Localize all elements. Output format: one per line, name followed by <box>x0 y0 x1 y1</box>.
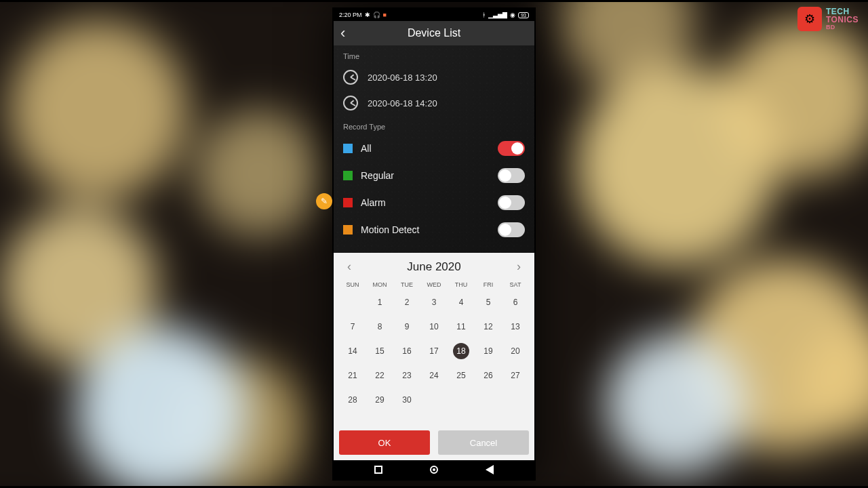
android-status-bar: 2:20 PM ✱ 🎧 ■ ᚼ ▁▃▅▇ ◉ 93 <box>334 9 534 21</box>
end-time-row[interactable]: 2020-06-18 14:20 <box>334 90 534 116</box>
signal-icon: ▁▃▅▇ <box>488 12 507 18</box>
clock-icon <box>343 70 358 85</box>
channel-watermark: ⚙ TECH TONICS BD <box>797 7 859 31</box>
calendar-day[interactable]: 12 <box>475 314 502 339</box>
end-time-value: 2020-06-18 14:20 <box>368 98 437 108</box>
record-type-toggle[interactable] <box>498 222 525 237</box>
calendar-dow: THU <box>448 279 475 290</box>
color-swatch <box>343 171 353 180</box>
phone-frame: 2:20 PM ✱ 🎧 ■ ᚼ ▁▃▅▇ ◉ 93 ‹ Device List … <box>332 7 536 481</box>
calendar-day <box>502 388 529 412</box>
calendar-day[interactable]: 15 <box>366 339 393 363</box>
record-type-toggle[interactable] <box>498 195 525 210</box>
app-body: Time 2020-06-18 13:20 2020-06-18 14:20 R… <box>334 45 534 460</box>
clock-icon <box>343 96 358 110</box>
headphones-icon: 🎧 <box>373 12 380 18</box>
calendar-title: June 2020 <box>407 260 460 274</box>
android-nav-bar <box>334 460 534 479</box>
calendar-day[interactable]: 2 <box>393 290 420 314</box>
calendar-day[interactable]: 17 <box>420 339 448 363</box>
calendar-day[interactable]: 14 <box>339 339 366 363</box>
edit-icon: ✎ <box>316 193 332 209</box>
rec-icon: ■ <box>383 12 387 18</box>
record-type-label: Alarm <box>361 197 386 208</box>
start-time-row[interactable]: 2020-06-18 13:20 <box>334 64 534 90</box>
calendar-day[interactable]: 19 <box>475 339 502 363</box>
calendar-day[interactable]: 29 <box>366 388 393 412</box>
start-time-value: 2020-06-18 13:20 <box>368 73 437 83</box>
bluetooth-icon: ᚼ <box>482 12 486 18</box>
calendar-day[interactable]: 9 <box>393 314 420 339</box>
calendar-day[interactable]: 27 <box>502 363 529 388</box>
calendar-day[interactable]: 21 <box>339 363 366 388</box>
color-swatch <box>343 198 353 207</box>
calendar-day[interactable]: 30 <box>393 388 420 412</box>
clock-text: 2:20 PM <box>339 12 362 18</box>
record-type-label: Regular <box>361 170 394 181</box>
calendar-day[interactable]: 10 <box>420 314 448 339</box>
home-button[interactable] <box>430 466 438 474</box>
calendar-day <box>339 290 366 314</box>
calendar-day[interactable]: 7 <box>339 314 366 339</box>
cancel-button[interactable]: Cancel <box>438 430 529 455</box>
calendar-dow: TUE <box>393 279 420 290</box>
calendar-day[interactable]: 24 <box>420 363 448 388</box>
calendar-day <box>475 388 502 412</box>
record-type-toggle[interactable] <box>498 141 525 156</box>
calendar-day[interactable]: 11 <box>448 314 475 339</box>
record-type-row: Motion Detect <box>334 216 534 243</box>
calendar-day[interactable]: 6 <box>502 290 529 314</box>
calendar-day[interactable]: 13 <box>502 314 529 339</box>
record-type-row: Regular <box>334 162 534 189</box>
calendar-panel: ‹ June 2020 › SUNMONTUEWEDTHUFRISAT 1234… <box>334 253 534 460</box>
calendar-dow: SUN <box>339 279 366 290</box>
calendar-day <box>420 388 448 412</box>
color-swatch <box>343 225 353 235</box>
calendar-day[interactable]: 1 <box>366 290 393 314</box>
record-type-toggle[interactable] <box>498 168 525 183</box>
page-title: Device List <box>408 27 460 39</box>
back-nav-button[interactable] <box>486 465 494 474</box>
calendar-dow: FRI <box>475 279 502 290</box>
wifi-icon: ◉ <box>510 12 515 18</box>
calendar-day[interactable]: 20 <box>502 339 529 363</box>
color-swatch <box>343 144 353 153</box>
calendar-day[interactable]: 22 <box>366 363 393 388</box>
calendar-day[interactable]: 23 <box>393 363 420 388</box>
calendar-day[interactable]: 28 <box>339 388 366 412</box>
calendar-day[interactable]: 8 <box>366 314 393 339</box>
record-type-label: Record Type <box>334 116 534 135</box>
ok-button[interactable]: OK <box>339 430 430 455</box>
calendar-dow: MON <box>366 279 393 290</box>
calendar-day[interactable]: 26 <box>475 363 502 388</box>
calendar-day[interactable]: 18 <box>448 339 475 363</box>
record-type-row: All <box>334 135 534 162</box>
record-type-label: All <box>361 143 372 154</box>
calendar-dow: SAT <box>502 279 529 290</box>
gear-icon: ⚙ <box>797 7 822 31</box>
calendar-day <box>448 388 475 412</box>
calendar-day[interactable]: 16 <box>393 339 420 363</box>
back-button[interactable]: ‹ <box>340 26 345 41</box>
calendar-day[interactable]: 4 <box>448 290 475 314</box>
battery-icon: 93 <box>518 12 529 18</box>
next-month-button[interactable]: › <box>513 258 525 275</box>
calendar-dow: WED <box>420 279 448 290</box>
recents-button[interactable] <box>374 466 382 474</box>
app-header: ‹ Device List <box>334 21 534 45</box>
calendar-day[interactable]: 5 <box>475 290 502 314</box>
calendar-day[interactable]: 3 <box>420 290 448 314</box>
dnd-icon: ✱ <box>365 12 370 18</box>
time-section-label: Time <box>334 45 534 64</box>
record-type-label: Motion Detect <box>361 224 419 235</box>
record-type-row: Alarm <box>334 189 534 216</box>
calendar-day[interactable]: 25 <box>448 363 475 388</box>
prev-month-button[interactable]: ‹ <box>343 258 355 275</box>
